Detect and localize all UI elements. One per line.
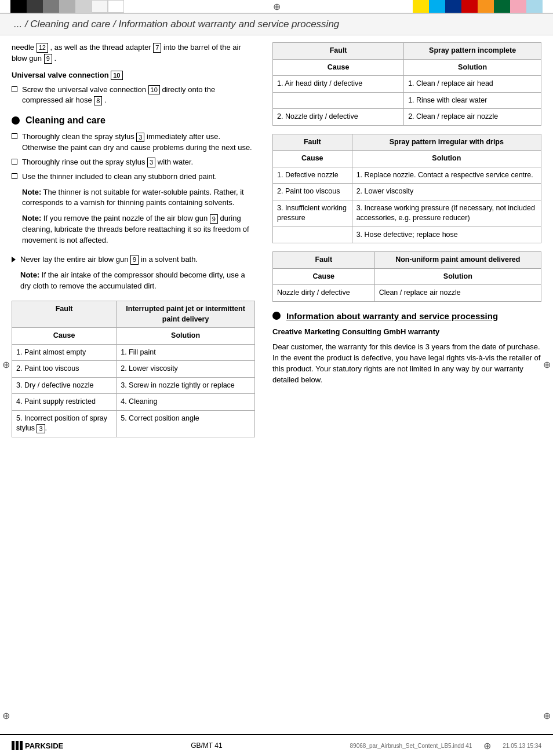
- solution-cell: 4. Cleaning: [117, 394, 255, 411]
- parkside-logo: PARKSIDE: [12, 741, 63, 750]
- cause-cell: 3. Insufficient working pressure: [273, 200, 352, 227]
- solution-cell: 3. Hose defective; replace hose: [352, 227, 541, 243]
- cause-cell: 4. Paint supply restricted: [12, 394, 117, 411]
- cleaning-section-title: Cleaning and care: [12, 115, 255, 126]
- fault-table-4-solution-header: Solution: [374, 268, 541, 285]
- warranty-text: Dear customer, the warranty for this dev…: [272, 342, 541, 385]
- fault-table-3-cause-header: Cause: [273, 151, 352, 167]
- fault-table-1-cause-header: Cause: [12, 328, 117, 345]
- table-row: 2. Paint too viscous 2. Lower viscosity: [273, 184, 541, 200]
- cause-cell: 2. Paint too viscous: [273, 184, 352, 200]
- cause-cell: 1. Defective nozzle: [273, 167, 352, 184]
- fault-table-2-col1-header: Fault: [273, 43, 404, 60]
- crosshair-left-mid: ⊕: [2, 359, 10, 370]
- right-color-blocks: [413, 0, 543, 13]
- solution-cell: 3. Screw in nozzle tightly or replace: [117, 377, 255, 394]
- solution-cell: 1. Rinse with clear water: [404, 92, 541, 109]
- cleaning-title-text: Cleaning and care: [26, 115, 105, 126]
- crosshair-right-mid: ⊕: [543, 359, 551, 370]
- date-info: 21.05.13 15:34: [503, 743, 541, 749]
- file-info: 89068_par_Airbrush_Set_Content_LB5.indd …: [350, 743, 472, 749]
- stylus-num-1: 3: [136, 133, 144, 142]
- cause-cell: [273, 227, 352, 243]
- stylus-num-2: 3: [147, 158, 155, 167]
- table-row: 1. Rinse with clear water: [273, 92, 541, 109]
- color-swatch-black: [10, 0, 27, 13]
- bullet-square-icon: [12, 86, 17, 92]
- fault-table-4-cause-header: Cause: [273, 268, 375, 285]
- fault-table-2-solution-header: Solution: [404, 59, 541, 76]
- table-row: 3. Dry / defective nozzle 3. Screw in no…: [12, 377, 255, 394]
- fault-table-2: Fault Spray pattern incomplete Cause Sol…: [272, 42, 541, 126]
- solution-cell: 2. Lower viscosity: [117, 361, 255, 378]
- solution-cell: Clean / replace air nozzle: [374, 285, 541, 302]
- page-title: ... / Cleaning and care / Information ab…: [14, 19, 339, 30]
- solution-cell: 5. Correct position angle: [117, 410, 255, 437]
- fault-table-3-col1-header: Fault: [273, 134, 352, 151]
- warranty-section-title: Information about warranty and service p…: [272, 311, 541, 321]
- table-row: 2. Nozzle dirty / defective 2. Clean / r…: [273, 109, 541, 126]
- hose-num: 8: [94, 96, 102, 105]
- universal-valve-list: Screw the universal valve connection 10 …: [12, 85, 255, 107]
- adapter-number: 7: [153, 43, 161, 52]
- main-content: needle 12 , as well as the thread adapte…: [0, 35, 553, 445]
- cleaning-item-3-content: Use the thinner included to clean any st…: [22, 171, 255, 251]
- fault-table-3-col2-header: Spray pattern irregular with drips: [352, 134, 541, 151]
- cause-cell: 1. Air head dirty / defective: [273, 76, 404, 93]
- table-row: 1. Defective nozzle 1. Replace nozzle. C…: [273, 167, 541, 184]
- color-swatch-cyan: [429, 0, 445, 13]
- cause-cell: 3. Dry / defective nozzle: [12, 377, 117, 394]
- left-color-blocks: [10, 0, 124, 13]
- table-row: 1. Paint almost empty 1. Fill paint: [12, 344, 255, 361]
- crosshair-bottom-right: ⊕: [543, 710, 551, 721]
- color-swatch-blue: [445, 0, 461, 13]
- cause-cell: Nozzle dirty / defective: [273, 285, 375, 302]
- cleaning-item-4-content: Never lay the entire air blow gun 9 in a…: [20, 254, 255, 297]
- table-row: 4. Paint supply restricted 4. Cleaning: [12, 394, 255, 411]
- fault-table-1: Fault Interrupted paint jet or intermitt…: [12, 301, 255, 437]
- bullet-triangle-icon: [12, 257, 16, 262]
- parkside-name: PARKSIDE: [25, 742, 63, 750]
- warranty-subheading: Creative Marketing Consulting GmbH warra…: [272, 327, 541, 338]
- fault-table-3-solution-header: Solution: [352, 151, 541, 167]
- solution-cell: 1. Fill paint: [117, 344, 255, 361]
- needle-number: 12: [37, 43, 48, 52]
- gun-num-3: 9: [210, 214, 218, 224]
- color-swatch-dark: [27, 0, 43, 13]
- section-dot-icon: [12, 116, 20, 125]
- table-row: 1. Air head dirty / defective 1. Clean /…: [273, 76, 541, 93]
- color-swatch-white: [92, 0, 108, 13]
- cleaning-item-4: Never lay the entire air blow gun 9 in a…: [12, 254, 255, 297]
- solution-cell: 2. Clean / replace air nozzle: [404, 109, 541, 126]
- table-row: Nozzle dirty / defective Clean / replace…: [273, 285, 541, 302]
- fault-table-2-col2-header: Spray pattern incomplete: [404, 43, 541, 60]
- solution-cell: 1. Replace nozzle. Contact a respective …: [352, 167, 541, 184]
- cleaning-item-1-text: Thoroughly clean the spray stylus 3 imme…: [22, 132, 255, 154]
- gun-number: 9: [44, 54, 52, 63]
- solution-cell: 1. Clean / replace air head: [404, 76, 541, 93]
- table-row: 5. Incorrect position of spray stylus 3.…: [12, 410, 255, 437]
- color-swatch-green: [494, 0, 510, 13]
- crosshair-bottom-left: ⊕: [2, 710, 10, 721]
- color-swatch-pink: [510, 0, 526, 13]
- fault-table-4-col2-header: Non-uniform paint amount delivered: [374, 252, 541, 269]
- page-title-bar: ... / Cleaning and care / Information ab…: [0, 13, 553, 35]
- crosshair-footer-icon: ⊕: [483, 740, 491, 751]
- fault-table-1-solution-header: Solution: [117, 328, 255, 345]
- cleaning-item-1: Thoroughly clean the spray stylus 3 imme…: [12, 132, 255, 154]
- fault-table-3: Fault Spray pattern irregular with drips…: [272, 134, 541, 244]
- fault-table-4-col1-header: Fault: [273, 252, 375, 269]
- universal-valve-item: Screw the universal valve connection 10 …: [12, 85, 255, 107]
- fault-table-2-cause-header: Cause: [273, 59, 404, 76]
- logo-bars-icon: [12, 741, 23, 750]
- left-column: needle 12 , as well as the thread adapte…: [12, 35, 261, 445]
- bullet-sq-2-icon: [12, 159, 17, 165]
- fault-table-1-col2-header: Interrupted paint jet or intermittent pa…: [117, 301, 255, 328]
- cleaning-item-3: Use the thinner included to clean any st…: [12, 171, 255, 251]
- crosshair-top-center: ⊕: [271, 1, 282, 12]
- page-footer: PARKSIDE GB/MT 41 89068_par_Airbrush_Set…: [0, 734, 553, 756]
- cleaning-item-2-text: Thoroughly rinse out the spray stylus 3 …: [22, 157, 193, 168]
- color-swatch-ltblue: [526, 0, 543, 13]
- warranty-title-text: Information about warranty and service p…: [286, 311, 498, 321]
- cleaning-item-2: Thoroughly rinse out the spray stylus 3 …: [12, 157, 255, 168]
